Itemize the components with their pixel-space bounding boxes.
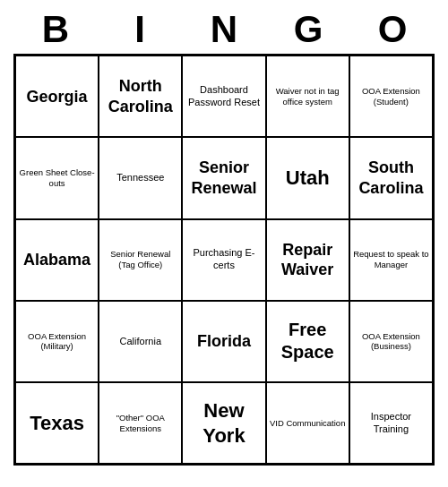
bingo-cell-1-2: Senior Renewal bbox=[182, 137, 265, 218]
bingo-cell-3-4: OOA Extension (Business) bbox=[349, 301, 433, 382]
bingo-cell-2-3: Repair Waiver bbox=[266, 219, 349, 301]
bingo-cell-3-3: Free Space bbox=[266, 301, 349, 382]
bingo-cell-4-4: Inspector Training bbox=[349, 382, 433, 464]
bingo-letter-o: O bbox=[353, 9, 432, 50]
bingo-cell-3-1: California bbox=[99, 301, 182, 382]
bingo-letter-b: B bbox=[16, 9, 95, 50]
bingo-letter-g: G bbox=[269, 9, 348, 50]
bingo-cell-3-0: OOA Extension (Military) bbox=[15, 301, 99, 382]
bingo-cell-2-0: Alabama bbox=[15, 219, 99, 301]
bingo-cell-2-4: Request to speak to Manager bbox=[349, 219, 433, 301]
bingo-cell-4-3: VID Communication bbox=[266, 382, 349, 464]
bingo-cell-0-3: Waiver not in tag office system bbox=[266, 56, 349, 137]
bingo-cell-3-2: Florida bbox=[182, 301, 265, 382]
bingo-cell-4-0: Texas bbox=[15, 382, 99, 464]
bingo-cell-4-1: "Other" OOA Extensions bbox=[99, 382, 182, 464]
bingo-cell-2-2: Purchasing E-certs bbox=[182, 219, 265, 301]
bingo-cell-0-4: OOA Extension (Student) bbox=[349, 56, 433, 137]
bingo-letter-n: N bbox=[185, 9, 263, 50]
bingo-grid: GeorgiaNorth CarolinaDashboard Password … bbox=[13, 54, 435, 466]
bingo-cell-4-2: New York bbox=[182, 382, 265, 464]
bingo-cell-1-0: Green Sheet Close-outs bbox=[15, 137, 99, 218]
bingo-cell-0-0: Georgia bbox=[15, 56, 99, 137]
bingo-letter-i: I bbox=[100, 9, 179, 50]
bingo-header: BINGO bbox=[13, 9, 435, 50]
bingo-cell-0-1: North Carolina bbox=[99, 56, 182, 137]
bingo-cell-0-2: Dashboard Password Reset bbox=[182, 56, 265, 137]
bingo-cell-1-3: Utah bbox=[266, 137, 349, 218]
bingo-cell-1-1: Tennessee bbox=[99, 137, 182, 218]
bingo-cell-2-1: Senior Renewal (Tag Office) bbox=[99, 219, 182, 301]
bingo-cell-1-4: South Carolina bbox=[349, 137, 433, 218]
